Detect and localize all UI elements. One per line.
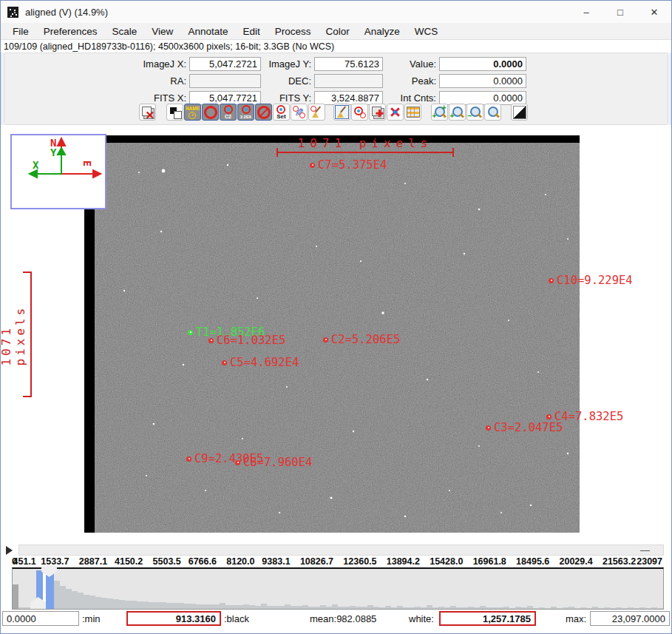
histogram-bar xyxy=(214,604,220,609)
dec-label: DEC: xyxy=(265,75,311,87)
left-ruler-label: 1071 pixels xyxy=(0,303,27,366)
min-field[interactable]: 0.0000 xyxy=(2,611,79,626)
histogram-bar xyxy=(119,600,125,609)
histogram-bar xyxy=(379,607,385,609)
menu-annotate[interactable]: Annotate xyxy=(180,23,235,39)
histogram-bar xyxy=(220,603,225,609)
aperture-toggle[interactable] xyxy=(202,104,219,121)
aperture-delete-toggle[interactable] xyxy=(255,104,272,121)
minimize-button[interactable]: – xyxy=(569,1,603,23)
histogram-bar xyxy=(432,607,438,609)
fits-x-label: FITS X: xyxy=(92,92,186,104)
left-scale-ruler: 1071 pixels xyxy=(14,272,35,397)
menu-view[interactable]: View xyxy=(144,23,180,39)
top-ruler-line xyxy=(276,152,454,153)
histogram-bar xyxy=(184,604,190,609)
peak-label: Peak: xyxy=(387,75,436,87)
broom-icon xyxy=(310,106,323,118)
aperture-c2-toggle[interactable]: C2 xyxy=(220,104,237,121)
histogram-bar xyxy=(89,596,95,609)
histogram-bar xyxy=(190,604,196,609)
black-level-field[interactable]: 913.3160 xyxy=(126,611,221,626)
histogram-bar xyxy=(639,607,645,609)
zoom-out-button[interactable]: − xyxy=(466,104,483,121)
align-stack-button[interactable]: ✚ xyxy=(369,104,386,121)
menu-edit[interactable]: Edit xyxy=(235,23,267,39)
histogram-bar xyxy=(397,606,403,609)
top-scale-ruler: 1071 pixels xyxy=(276,136,454,153)
scale-tick: 23097 xyxy=(637,556,662,567)
histogram-bar xyxy=(474,607,480,609)
zoom-fit-icon xyxy=(486,106,500,119)
astro-image[interactable] xyxy=(84,135,580,533)
centroid-button[interactable] xyxy=(387,104,404,121)
compass-east-label: E xyxy=(81,161,93,166)
menu-scale[interactable]: Scale xyxy=(105,23,145,39)
histogram-bar xyxy=(356,607,362,609)
measurements-table-button[interactable] xyxy=(404,104,421,121)
delete-slice-button[interactable]: ✕ xyxy=(139,104,156,121)
menu-color[interactable]: Color xyxy=(318,23,356,39)
edit-apertures-button[interactable]: ✎ xyxy=(291,104,308,121)
aperture-set-button[interactable]: Set xyxy=(273,104,290,121)
histogram-collapse-track[interactable]: — xyxy=(18,544,664,556)
close-button[interactable]: ✕ xyxy=(637,1,671,23)
histogram-bar xyxy=(225,605,231,609)
histogram-bar xyxy=(415,607,421,609)
histogram-bar xyxy=(468,607,474,609)
menu-preferences[interactable]: Preferences xyxy=(36,23,105,39)
histogram-bar xyxy=(456,607,462,609)
menu-file[interactable]: File xyxy=(1,23,36,39)
histogram-bar xyxy=(503,607,509,609)
aperture-ring-icon xyxy=(299,112,305,118)
histogram-bar xyxy=(509,608,515,609)
expand-triangle-icon[interactable] xyxy=(6,546,13,555)
collapse-icon[interactable]: — xyxy=(640,545,650,555)
histogram-bar xyxy=(545,608,551,609)
maximize-button[interactable]: □ xyxy=(603,1,637,23)
multi-aperture-button[interactable] xyxy=(351,104,368,121)
compass-x-label: X xyxy=(33,159,38,171)
histogram-bar xyxy=(403,607,409,609)
invert-lut-button[interactable] xyxy=(511,104,528,121)
menu-analyze[interactable]: Analyze xyxy=(357,23,407,39)
aperture-counts-toggle[interactable]: 2.2E6 xyxy=(237,104,254,121)
menu-wcs[interactable]: WCS xyxy=(407,23,446,39)
histogram-bar xyxy=(344,607,350,609)
scale-tick: 5503.5 xyxy=(153,556,181,567)
sweep-apertures-button[interactable] xyxy=(308,104,325,121)
copy-contrast-button[interactable] xyxy=(166,104,183,121)
zoom-in-button[interactable]: + xyxy=(449,104,466,121)
clear-overlay-button[interactable] xyxy=(333,104,350,121)
zoom-to-fit-button[interactable] xyxy=(484,104,501,121)
histogram-bar xyxy=(350,606,356,609)
histogram-bar xyxy=(279,606,285,609)
histogram-bar xyxy=(332,604,338,609)
mean-readout: mean:982.0885 xyxy=(310,613,376,624)
histogram-plot[interactable] xyxy=(12,567,664,610)
levels-field-row: 0.0000 :min 913.3160 :black mean:982.088… xyxy=(1,611,672,627)
histogram-bar xyxy=(231,605,237,609)
histogram-bar xyxy=(72,591,78,609)
aperture-dot-icon xyxy=(354,107,363,115)
histogram-bar xyxy=(101,598,107,609)
aperture-counts-icon: 2.2E6 xyxy=(240,105,251,120)
histogram-bar xyxy=(438,607,444,609)
histogram-bar xyxy=(208,604,214,609)
histogram-bar xyxy=(113,599,119,609)
zoom-in-fast-button[interactable]: ++ xyxy=(431,104,448,121)
histogram-bar xyxy=(255,606,261,609)
histogram-bar xyxy=(586,608,592,609)
histogram-bar xyxy=(557,608,563,609)
histogram-bar xyxy=(427,605,432,609)
histogram-bar xyxy=(302,605,308,609)
max-field[interactable]: 23,097.0000 xyxy=(590,611,670,626)
scale-tick: 8120.0 xyxy=(226,556,254,567)
histogram-bar xyxy=(166,603,172,609)
name-annotation-toggle[interactable]: NAME + xyxy=(184,104,201,121)
menu-process[interactable]: Process xyxy=(268,23,319,39)
histogram-bar xyxy=(202,604,208,609)
imagej-x-label: ImageJ X: xyxy=(92,58,186,70)
white-level-field[interactable]: 1,257.1785 xyxy=(439,611,536,626)
zoom-in-icon: + xyxy=(451,106,464,119)
